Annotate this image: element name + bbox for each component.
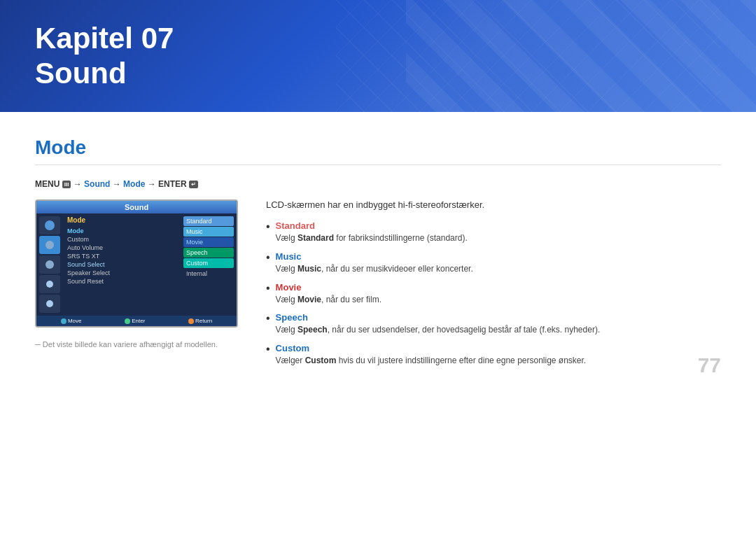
bullet-speech-content: Speech Vælg Speech, når du ser udsendels… bbox=[276, 312, 721, 336]
music-title: Music bbox=[276, 251, 721, 262]
tv-extra-internal: Internal bbox=[183, 269, 234, 279]
tv-menu-autovolume: Auto Volume bbox=[67, 244, 176, 252]
tv-menu-soundreset: Sound Reset bbox=[67, 277, 176, 286]
tv-sub-music: Music bbox=[183, 227, 234, 237]
tv-icon-3 bbox=[39, 255, 60, 274]
bullet-custom: Custom Vælger Custom hvis du vil justere… bbox=[266, 343, 721, 367]
header-banner: Kapitel 07 Sound bbox=[0, 0, 756, 112]
icon-dot-1 bbox=[45, 220, 55, 230]
bullet-standard-content: Standard Vælg Standard for fabriksindsti… bbox=[276, 220, 721, 244]
move-dot bbox=[61, 318, 66, 324]
tv-menu-header: Mode bbox=[67, 216, 176, 224]
bullet-movie-content: Movie Vælg Movie, når du ser film. bbox=[276, 282, 721, 306]
custom-desc: Vælger Custom hvis du vil justere indsti… bbox=[276, 356, 587, 365]
tv-footer: Move Enter Return bbox=[36, 316, 237, 326]
arrow3: → bbox=[148, 179, 158, 189]
tv-icon-5 bbox=[39, 295, 60, 313]
page-number: 77 bbox=[698, 353, 721, 377]
mode-label: Mode bbox=[123, 179, 145, 189]
section-title: Mode bbox=[35, 136, 721, 165]
menu-label: MENU bbox=[35, 179, 59, 189]
right-content: LCD-skærmen har en indbygget hi-fi-stere… bbox=[266, 199, 721, 374]
icon-dot-3 bbox=[46, 260, 54, 269]
bullet-speech: Speech Vælg Speech, når du ser udsendels… bbox=[266, 312, 721, 336]
tv-submenu: Standard Music Movie Speech Custom Inter… bbox=[181, 213, 237, 316]
sound-label: Sound bbox=[84, 179, 110, 189]
music-desc: Vælg Music, når du ser musikvideoer elle… bbox=[276, 264, 473, 274]
standard-desc: Vælg Standard for fabriksindstillingerne… bbox=[276, 233, 468, 243]
icon-dot-4 bbox=[46, 281, 53, 288]
tv-footer-enter: Enter bbox=[125, 318, 145, 324]
bullet-standard: Standard Vælg Standard for fabriksindsti… bbox=[266, 220, 721, 244]
tv-menu-mode: Mode bbox=[67, 227, 176, 235]
tv-footer-return: Return bbox=[188, 318, 212, 324]
header-title: Kapitel 07 Sound bbox=[35, 21, 721, 92]
bullet-movie: Movie Vælg Movie, når du ser film. bbox=[266, 282, 721, 306]
tv-menu-custom: Custom bbox=[67, 235, 176, 244]
arrow2: → bbox=[113, 179, 123, 189]
tv-sub-speech: Speech bbox=[183, 248, 234, 258]
arrow1: → bbox=[74, 179, 84, 189]
tv-icon-2-active bbox=[39, 236, 60, 254]
tv-sub-movie: Movie bbox=[183, 237, 234, 247]
enter-dot bbox=[125, 318, 130, 324]
tv-menu: Mode Mode Custom Auto Volume SRS TS XT S… bbox=[63, 213, 181, 316]
chapter-text: Kapitel 07 bbox=[35, 21, 721, 56]
standard-title: Standard bbox=[276, 220, 721, 231]
return-dot bbox=[188, 318, 194, 324]
speech-title: Speech bbox=[276, 312, 721, 323]
content-columns: Sound bbox=[35, 199, 721, 374]
tv-mockup: Sound bbox=[35, 199, 238, 349]
bullet-list: Standard Vælg Standard for fabriksindsti… bbox=[266, 220, 721, 367]
tv-body: Mode Mode Custom Auto Volume SRS TS XT S… bbox=[36, 213, 237, 316]
tv-icon-1 bbox=[39, 216, 60, 234]
intro-text: LCD-skærmen har en indbygget hi-fi-stere… bbox=[266, 199, 721, 210]
tv-icons bbox=[36, 213, 63, 316]
enter-label: ENTER bbox=[158, 179, 187, 189]
tv-menu-speakerselect: Speaker Select bbox=[67, 269, 176, 277]
tv-footer-move: Move bbox=[61, 318, 82, 324]
enter-icon: ↵ bbox=[189, 181, 198, 188]
tv-sub-standard: Standard bbox=[183, 216, 234, 226]
speech-desc: Vælg Speech, når du ser udsendelser, der… bbox=[276, 325, 601, 335]
tv-menu-soundselect: Sound Select bbox=[67, 260, 176, 269]
tv-titlebar: Sound bbox=[36, 201, 237, 213]
bullet-music: Music Vælg Music, når du ser musikvideoe… bbox=[266, 251, 721, 275]
movie-desc: Vælg Movie, når du ser film. bbox=[276, 295, 382, 304]
bullet-custom-content: Custom Vælger Custom hvis du vil justere… bbox=[276, 343, 721, 367]
sound-title-text: Sound bbox=[35, 56, 721, 91]
custom-title: Custom bbox=[276, 343, 721, 353]
movie-title: Movie bbox=[276, 282, 721, 293]
menu-path: MENU III → Sound → Mode → ENTER ↵ bbox=[35, 179, 721, 189]
menu-icon: III bbox=[62, 181, 71, 188]
footnote: Det viste billede kan variere afhængigt … bbox=[35, 340, 238, 349]
main-content: Mode MENU III → Sound → Mode → ENTER ↵ S… bbox=[0, 112, 756, 398]
tv-menu-srs: SRS TS XT bbox=[67, 252, 176, 260]
tv-icon-4 bbox=[39, 275, 60, 293]
icon-dot-2 bbox=[46, 241, 54, 249]
tv-screen: Sound bbox=[35, 199, 238, 328]
tv-sub-custom: Custom bbox=[183, 258, 234, 268]
bullet-music-content: Music Vælg Music, når du ser musikvideoe… bbox=[276, 251, 721, 275]
icon-dot-5 bbox=[46, 300, 53, 307]
